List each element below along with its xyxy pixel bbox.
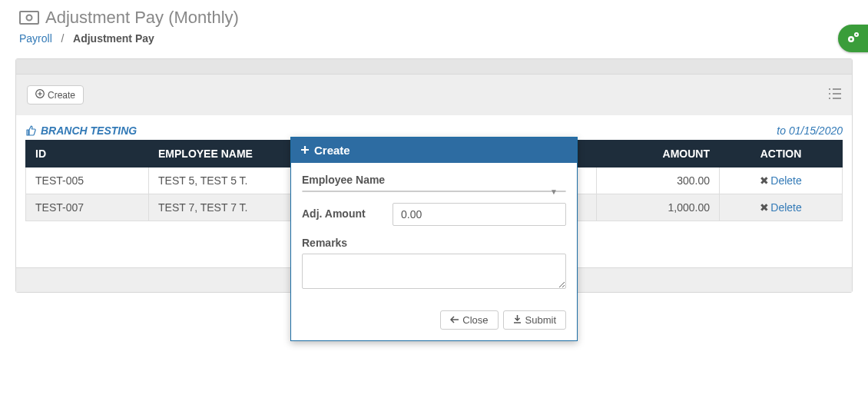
- create-button-label: Create: [48, 90, 75, 101]
- remarks-label: Remarks: [302, 237, 566, 254]
- modal-title: Create: [314, 144, 350, 157]
- create-modal: Create Employee Name ▼ Adj. Amount Remar…: [290, 137, 578, 341]
- adj-amount-input[interactable]: [393, 203, 566, 226]
- close-button[interactable]: Close: [440, 310, 498, 330]
- breadcrumb-parent[interactable]: Payroll: [19, 32, 52, 45]
- submit-button[interactable]: Submit: [503, 310, 566, 330]
- money-icon: [19, 11, 39, 25]
- col-amount: AMOUNT: [597, 141, 720, 167]
- delete-button[interactable]: ✖Delete: [760, 201, 801, 214]
- svg-rect-0: [20, 12, 38, 24]
- create-button[interactable]: Create: [27, 85, 84, 104]
- x-icon: ✖: [760, 174, 769, 187]
- arrow-left-icon: [450, 314, 459, 326]
- chevron-down-icon: ▼: [550, 187, 558, 196]
- gears-icon: [846, 31, 861, 47]
- list-view-icon[interactable]: [829, 88, 841, 102]
- page-title-text: Adjustment Pay (Monthly): [45, 8, 239, 28]
- thumbs-up-icon: [25, 125, 36, 136]
- col-id: ID: [26, 141, 149, 167]
- adj-amount-label: Adj. Amount: [302, 203, 393, 220]
- employee-name-label: Employee Name: [302, 174, 566, 191]
- svg-point-5: [850, 38, 853, 40]
- breadcrumb-active: Adjustment Pay: [73, 32, 154, 45]
- payroll-period-label: to 01/15/2020: [777, 124, 843, 137]
- remarks-textarea[interactable]: [302, 254, 566, 289]
- delete-button[interactable]: ✖Delete: [760, 174, 801, 187]
- x-icon: ✖: [760, 201, 769, 214]
- plus-icon: [300, 144, 310, 157]
- page-title: Adjustment Pay (Monthly): [19, 8, 849, 28]
- employee-name-select[interactable]: ▼: [302, 191, 566, 192]
- download-icon: [513, 314, 522, 326]
- plus-circle-icon: [35, 89, 45, 101]
- breadcrumb: Payroll / Adjustment Pay: [19, 32, 849, 45]
- svg-point-6: [856, 34, 857, 35]
- modal-header: Create: [291, 138, 577, 163]
- svg-point-1: [27, 15, 32, 21]
- settings-fab[interactable]: [838, 25, 868, 52]
- branch-label: BRANCH TESTING: [25, 124, 137, 137]
- col-action: ACTION: [720, 141, 843, 167]
